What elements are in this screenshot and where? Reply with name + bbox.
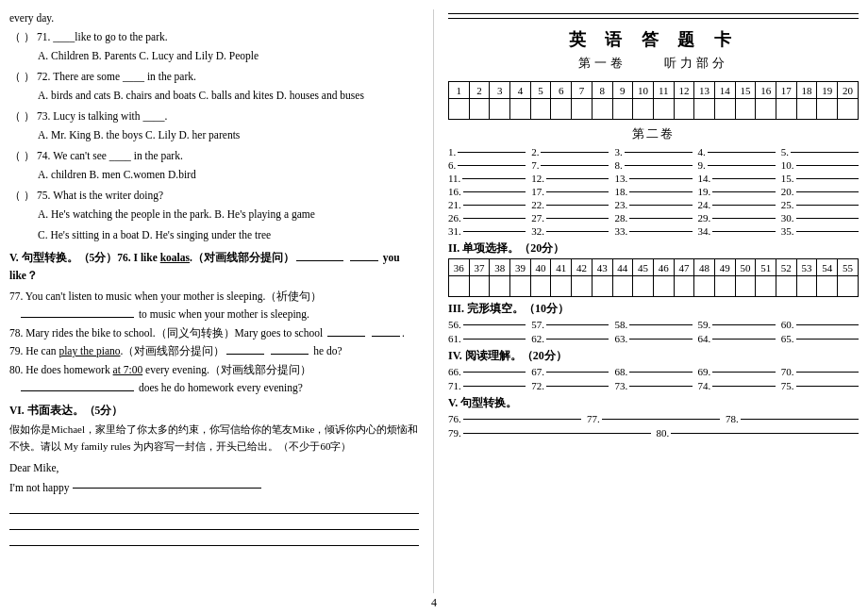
- vol2-fill-item: 31.: [448, 225, 526, 237]
- vol2-fill-item: 30.: [781, 212, 859, 224]
- vol1-answer-cell: [838, 99, 859, 120]
- vol2-fill-item: 8.: [614, 159, 692, 171]
- s3-line: [463, 339, 526, 340]
- section-ii-label: II. 单项选择。（20分）: [448, 240, 859, 257]
- vol2-item-num: 9.: [698, 159, 706, 171]
- s3-num: 63.: [614, 333, 627, 344]
- vol1-num-cell: 18: [796, 82, 817, 99]
- vol2-fill-item: 19.: [698, 186, 776, 197]
- s3-line: [546, 324, 609, 325]
- vol2-item-line: [463, 205, 526, 206]
- s3-num: 56.: [448, 319, 461, 330]
- s4-line: [546, 386, 609, 387]
- s4-item: 72.: [531, 380, 609, 391]
- vol2-item-line: [796, 231, 859, 232]
- s3-num: 57.: [531, 319, 544, 330]
- writing-line-3: [9, 533, 419, 546]
- vol1-answer-cell: [551, 99, 572, 120]
- vol1-answer-cell: [756, 99, 776, 120]
- s3-item: 64.: [698, 333, 776, 344]
- qnum-74: 74.: [37, 147, 50, 166]
- s4-item: 70.: [781, 366, 859, 377]
- s4-line: [463, 372, 526, 373]
- vol2-fill-item: 34.: [698, 225, 776, 237]
- vol1-section-label: 听力部分: [664, 55, 728, 72]
- vol2-item-line: [796, 178, 859, 179]
- vol2-item-num: 10.: [781, 159, 794, 171]
- s4-num: 70.: [781, 366, 794, 377]
- bracket-74: （ ）: [9, 147, 35, 166]
- s4-item: 75.: [781, 380, 859, 391]
- s5-item: 77.: [587, 413, 720, 424]
- q77-answer: to music when your mother is sleeping.: [19, 306, 419, 324]
- vol2-item-line: [629, 178, 692, 179]
- right-panel: 英 语 答 题 卡 第一卷 听力部分 123456789101112131415…: [434, 9, 859, 593]
- vol2-item-line: [625, 152, 693, 153]
- page-number: 4: [0, 593, 868, 613]
- vol2-fill-item: 1.: [448, 146, 526, 157]
- s4-line: [796, 386, 859, 387]
- vol2-item-num: 13.: [614, 173, 627, 184]
- s2-answer-cell: [796, 276, 817, 297]
- qtext-75: What is the writer doing?: [53, 187, 163, 206]
- vol1-answer-cell: [694, 99, 715, 120]
- vol2-item-line: [546, 191, 609, 192]
- opening-line: I'm not happy: [9, 479, 419, 498]
- s2-answer-cell: [490, 276, 510, 297]
- vol2-fill-item: 7.: [531, 159, 609, 171]
- s4-line: [546, 372, 609, 373]
- vol2-item-line: [708, 165, 776, 166]
- s3-item: 65.: [781, 333, 859, 344]
- section-iv-grid: 66.67.68.69.70.71.72.73.74.75.: [448, 366, 859, 391]
- question-71: （ ） 71. ____like to go to the park.: [9, 28, 419, 47]
- s2-answer-cell: [674, 276, 694, 297]
- vol2-fill-item: 14.: [698, 173, 776, 184]
- vol2-item-line: [546, 218, 609, 219]
- s3-line: [629, 324, 692, 325]
- s2-answer-cell: [817, 276, 838, 297]
- vol1-answer-cell: [530, 99, 551, 120]
- dear-line: Dear Mike,: [9, 459, 419, 478]
- vol2-item-num: 28.: [614, 212, 627, 224]
- vol2-item-num: 1.: [448, 146, 456, 157]
- vol2-item-num: 5.: [781, 146, 789, 157]
- vol2-item-num: 16.: [448, 186, 461, 197]
- writing-prompt: 假如你是Michael，家里给了你太多的约束，你写信给你的笔友Mike，倾诉你内…: [9, 422, 419, 455]
- vol1-answer-cell: [714, 99, 735, 120]
- vol2-item-line: [463, 218, 526, 219]
- vol2-item-line: [796, 205, 859, 206]
- vol2-fill-item: 27.: [531, 212, 609, 224]
- s4-line: [463, 386, 526, 387]
- answer-card-title: 英 语 答 题 卡: [448, 28, 859, 51]
- s3-num: 61.: [448, 333, 461, 344]
- vol1-number-row: 1234567891011121314151617181920: [449, 82, 859, 99]
- s3-line: [546, 339, 609, 340]
- s2-answer-cell: [612, 276, 633, 297]
- s3-num: 65.: [781, 333, 794, 344]
- s3-item: 60.: [781, 319, 859, 330]
- vol2-fill-item: 32.: [531, 225, 609, 237]
- vol2-label: 第二卷: [448, 125, 859, 142]
- vol1-answer-cell: [592, 99, 612, 120]
- vol2-item-num: 6.: [448, 159, 456, 171]
- question-73: （ ） 73. Lucy is talking with ____.: [9, 108, 419, 126]
- s2-num-cell: 52: [776, 259, 797, 276]
- s5-num: 78.: [726, 413, 739, 424]
- vol1-answer-cell: [612, 99, 633, 120]
- vol2-item-num: 14.: [698, 173, 711, 184]
- vol2-item-line: [629, 205, 692, 206]
- s3-item: 56.: [448, 319, 526, 330]
- s3-item: 58.: [614, 319, 692, 330]
- vol2-item-line: [796, 218, 859, 219]
- vol1-num-cell: 3: [490, 82, 510, 99]
- vol2-fill-item: 3.: [614, 146, 692, 157]
- vol1-answer-cell: [776, 99, 797, 120]
- vol2-fill-item: 35.: [781, 225, 859, 237]
- s3-num: 62.: [531, 333, 544, 344]
- vol2-item-num: 24.: [698, 199, 711, 210]
- s4-line: [712, 386, 775, 387]
- s2-answer-cell: [530, 276, 551, 297]
- section-v-title: V. 句型转换。（5分）76. I like koalas.（对画线部分提问） …: [9, 249, 419, 286]
- vol1-answer-cell: [735, 99, 756, 120]
- s2-num-cell: 45: [633, 259, 654, 276]
